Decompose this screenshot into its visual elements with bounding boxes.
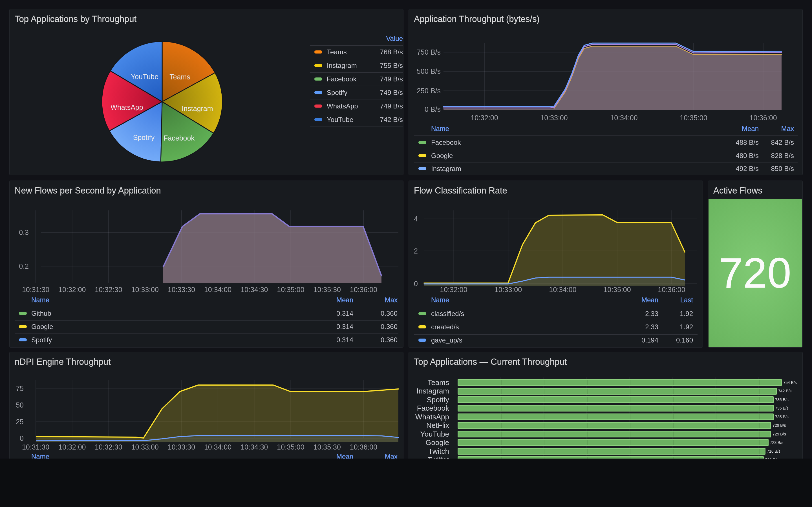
svg-text:0.3: 0.3	[19, 228, 29, 236]
svg-text:0 B/s: 0 B/s	[424, 105, 441, 113]
svg-text:10:35:30: 10:35:30	[313, 443, 341, 451]
svg-text:75: 75	[16, 385, 24, 392]
svg-text:10:34:30: 10:34:30	[241, 443, 268, 451]
svg-text:10:35:30: 10:35:30	[313, 286, 341, 293]
svg-text:0: 0	[414, 280, 418, 288]
svg-text:10:36:00: 10:36:00	[350, 443, 377, 451]
svg-text:10:32:30: 10:32:30	[95, 443, 122, 451]
svg-text:500 B/s: 500 B/s	[417, 67, 441, 75]
svg-text:0.2: 0.2	[19, 262, 29, 270]
svg-text:10:31:30: 10:31:30	[22, 286, 49, 293]
svg-text:10:35:00: 10:35:00	[680, 114, 707, 122]
svg-text:10:32:00: 10:32:00	[470, 114, 498, 122]
svg-text:Teams: Teams	[169, 73, 190, 81]
svg-text:10:35:00: 10:35:00	[277, 443, 304, 451]
svg-text:10:36:00: 10:36:00	[749, 114, 777, 122]
svg-text:10:34:00: 10:34:00	[204, 443, 232, 451]
svg-text:10:35:00: 10:35:00	[603, 286, 631, 293]
svg-text:10:34:00: 10:34:00	[549, 286, 576, 293]
svg-text:Spotify: Spotify	[133, 133, 155, 142]
svg-text:750 B/s: 750 B/s	[417, 48, 441, 56]
svg-text:25: 25	[16, 418, 24, 426]
svg-text:WhatsApp: WhatsApp	[110, 103, 143, 111]
svg-text:10:33:30: 10:33:30	[168, 443, 195, 451]
svg-text:50: 50	[16, 401, 24, 409]
svg-text:10:33:30: 10:33:30	[168, 286, 195, 293]
svg-text:Instagram: Instagram	[182, 105, 213, 112]
svg-text:10:34:30: 10:34:30	[241, 286, 268, 293]
svg-text:4: 4	[414, 215, 418, 223]
svg-text:Facebook: Facebook	[163, 134, 195, 142]
svg-text:10:34:00: 10:34:00	[610, 114, 638, 122]
svg-text:10:33:00: 10:33:00	[540, 114, 567, 122]
svg-text:10:33:00: 10:33:00	[495, 286, 522, 293]
svg-text:2: 2	[414, 247, 418, 255]
svg-text:10:33:00: 10:33:00	[132, 286, 159, 293]
svg-text:10:32:30: 10:32:30	[95, 286, 122, 293]
svg-text:10:36:00: 10:36:00	[350, 286, 377, 293]
svg-text:10:35:00: 10:35:00	[277, 286, 304, 293]
svg-text:10:36:00: 10:36:00	[658, 286, 685, 293]
svg-text:10:33:00: 10:33:00	[132, 443, 159, 451]
svg-text:10:34:00: 10:34:00	[204, 286, 232, 293]
svg-text:10:32:00: 10:32:00	[440, 286, 467, 293]
svg-text:YouTube: YouTube	[131, 73, 158, 80]
svg-text:10:31:30: 10:31:30	[22, 443, 49, 451]
svg-text:250 B/s: 250 B/s	[417, 87, 441, 95]
svg-text:10:32:00: 10:32:00	[58, 286, 86, 293]
svg-text:0: 0	[20, 434, 24, 442]
svg-text:10:32:00: 10:32:00	[58, 443, 86, 451]
